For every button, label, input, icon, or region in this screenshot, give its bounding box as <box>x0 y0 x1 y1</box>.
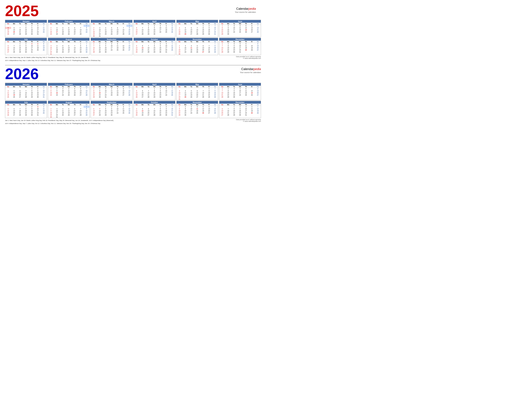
mar-2026: March SuMoTuWeThFrSa 1234567 89101112131… <box>91 83 133 100</box>
sep-2026: September SuMoTuWeThFrSa 12345 678910111… <box>91 101 133 118</box>
2026-footer-notes: Jan 1: New Year's Day, Jan 19: Martin Lu… <box>5 119 114 125</box>
nov-2025: November SuMoTuWeThFrSa 1 2345678 910111… <box>176 38 218 55</box>
brand-name-2025: Calendarpedia <box>235 7 256 11</box>
apr-2026: April SuMoTuWeThFrSa 1234 567891011 1213… <box>133 83 175 100</box>
feb-2025: February SuMoTuWeThFrSa 1 2345678 910111… <box>48 20 90 37</box>
sep-2025: September SuMoTuWeThFrSa 123456 78910111… <box>91 38 133 55</box>
jun-2026: June SuMoTuWeThFrSa 123456 78910111213 1… <box>219 83 261 100</box>
jan-2026: January SuMoTuWeThFrSa 123 45678910 1112… <box>5 83 47 100</box>
feb-2026: February SuMoTuWeThFrSa 1234567 89101112… <box>48 83 90 100</box>
2025-footer-notes: Jan 1: New Year's Day, Jan 20: Martin Lu… <box>5 56 100 62</box>
2025-bottom-row: July SuMoTuWeThFrSa 12345 6789101112 131… <box>5 38 261 55</box>
mar-2025: March SuMoTuWeThFrSa 1 2345678 910111213… <box>91 20 133 37</box>
jun-2025: June SuMoTuWeThFrSa 1234567 891011121314… <box>219 20 261 37</box>
2025-footer: Jan 1: New Year's Day, Jan 20: Martin Lu… <box>5 56 261 62</box>
oct-2026: October SuMoTuWeThFrSa 123 45678910 1112… <box>133 101 175 118</box>
year-2025-section: 2025 Calendarpedia Your source for calen… <box>5 3 261 62</box>
year-divider <box>5 65 261 65</box>
oct-2025: October SuMoTuWeThFrSa 1234 567891011 12… <box>133 38 175 55</box>
year-2026-title: 2026 <box>5 66 39 81</box>
2026-bottom-row: July SuMoTuWeThFrSa 1234 567891011 12131… <box>5 101 261 118</box>
2026-footer: Jan 1: New Year's Day, Jan 19: Martin Lu… <box>5 119 261 125</box>
2026-top-row: January SuMoTuWeThFrSa 123 45678910 1112… <box>5 83 261 100</box>
may-2026: May SuMoTuWeThFrSa 12 3456789 1011121314… <box>176 83 218 100</box>
brand-2025: Calendarpedia Your source for calendars <box>235 7 256 14</box>
2025-top-row: January SuMoTuWeThFrSa 1234 567891011 12… <box>5 20 261 37</box>
jul-2026: July SuMoTuWeThFrSa 1234 567891011 12131… <box>5 101 47 118</box>
brand-2026: Calendarpedia Your source for calendars <box>240 67 261 74</box>
2026-footer-brand: Data provided 'as is' without warranty ©… <box>236 119 261 122</box>
brand-name-2026: Calendarpedia <box>240 67 261 71</box>
2025-footer-brand: Data provided 'as is' without warranty ©… <box>236 56 261 59</box>
may-2025: May SuMoTuWeThFrSa 123 45678910 11121314… <box>176 20 218 37</box>
aug-2026: August SuMoTuWeThFrSa 1 2345678 91011121… <box>48 101 90 118</box>
apr-2025: April SuMoTuWeThFrSa 12345 6789101112 13… <box>133 20 175 37</box>
dec-2025: December SuMoTuWeThFrSa 123456 789101112… <box>219 38 261 55</box>
year-2026-section: 2026 Calendarpedia Your source for calen… <box>5 66 261 125</box>
jan-2025: January SuMoTuWeThFrSa 1234 567891011 12… <box>5 20 47 37</box>
dec-2026: December SuMoTuWeThFrSa 12345 6789101112… <box>219 101 261 118</box>
year-2025-title: 2025 <box>5 3 39 19</box>
nov-2026: November SuMoTuWeThFrSa 1234567 89101112… <box>176 101 218 118</box>
aug-2025: August SuMoTuWeThFrSa 12 3456789 1011121… <box>48 38 90 55</box>
jul-2025: July SuMoTuWeThFrSa 12345 6789101112 131… <box>5 38 47 55</box>
brand-sub-2025: Your source for calendars <box>235 11 256 13</box>
brand-sub-2026: Your source for calendars <box>240 71 261 74</box>
